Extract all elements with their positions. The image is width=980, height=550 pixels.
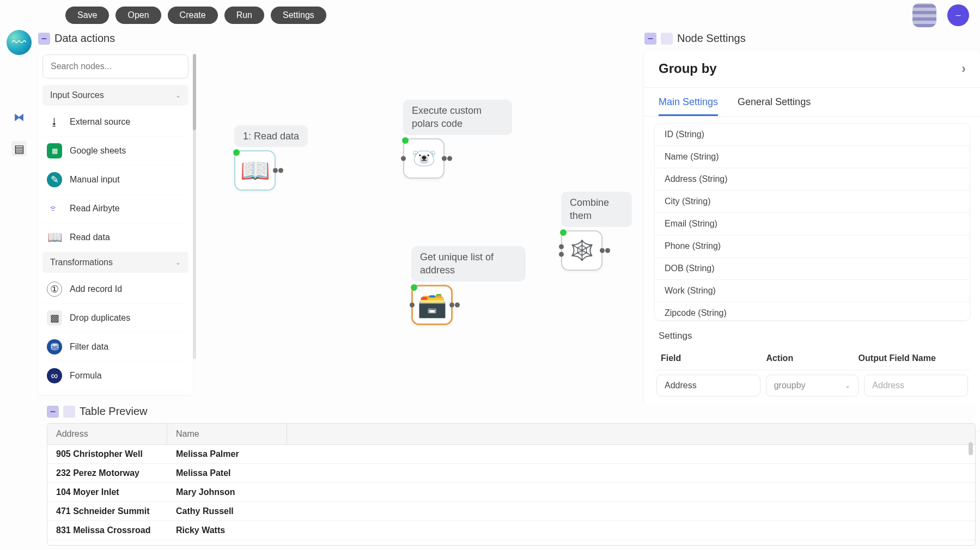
create-button[interactable]: Create [168, 7, 218, 24]
tab-general-settings[interactable]: General Settings [738, 96, 811, 116]
field-item[interactable]: Email (String) [655, 213, 970, 235]
field-item[interactable]: Address (String) [655, 168, 970, 191]
polars-icon: 🐻‍❄️ [412, 147, 436, 170]
field-item[interactable]: City (String) [655, 191, 970, 213]
collapse-button[interactable]: – [644, 33, 656, 45]
status-dot-icon [560, 229, 567, 236]
group-transformations[interactable]: Transformations ⌄ [42, 252, 188, 273]
node-label: Combine them [561, 192, 632, 227]
status-dot-icon [233, 149, 240, 156]
node-unique-address[interactable]: Get unique list of address 🗃️ [411, 246, 526, 325]
field-list: ID (String) Name (String) Address (Strin… [654, 123, 970, 321]
table-header-address[interactable]: Address [47, 424, 167, 444]
input-port[interactable] [401, 156, 406, 161]
output-port[interactable] [273, 168, 278, 173]
palette-formula[interactable]: ∞Formula [42, 362, 188, 390]
action-select[interactable]: groupby⌄ [766, 375, 859, 396]
palette-read-data[interactable]: 📖Read data [42, 223, 188, 252]
combine-icon: 🕸️ [570, 239, 594, 262]
node-label: Get unique list of address [411, 246, 526, 282]
node-combine[interactable]: Combine them 🕸️ [561, 192, 632, 271]
group-label: Input Sources [50, 90, 104, 100]
palette-google-sheets[interactable]: ▦Google sheets [42, 137, 188, 166]
palette-read-airbyte[interactable]: ᯤRead Airbyte [42, 194, 188, 223]
output-port[interactable] [449, 302, 454, 307]
collapse-button[interactable]: – [47, 406, 59, 418]
flow-icon[interactable]: ⧓ [11, 109, 27, 125]
avatar[interactable]: – [947, 4, 969, 26]
pencil-icon: ✎ [47, 172, 62, 187]
node-read-data[interactable]: 1: Read data 📖 [234, 125, 308, 191]
settings-button[interactable]: Settings [271, 7, 326, 24]
field-item[interactable]: Name (String) [655, 146, 970, 168]
group-input-sources[interactable]: Input Sources ⌄ [42, 85, 188, 106]
field-cell[interactable]: Address [656, 375, 760, 396]
chevron-down-icon: ⌄ [175, 259, 181, 266]
field-item[interactable]: DOB (String) [655, 258, 970, 280]
id-icon: ① [47, 282, 62, 297]
run-button[interactable]: Run [224, 7, 264, 24]
node-palette: Input Sources ⌄ ⭳External source ▦Google… [38, 50, 193, 395]
table-header-name[interactable]: Name [167, 424, 287, 444]
toolbar: Save Open Create Run Settings – [0, 0, 980, 30]
table-row[interactable]: 232 Perez MotorwayMelissa Patel [47, 464, 975, 483]
wave-logo-icon[interactable]: 〰 [7, 30, 32, 55]
sheets-icon: ▦ [47, 143, 62, 158]
duplicates-icon: ▩ [47, 310, 62, 326]
node-polars[interactable]: Execute custom polars code 🐻‍❄️ [403, 100, 512, 179]
palette-filter-data[interactable]: ⛃Filter data [42, 333, 188, 362]
field-item[interactable]: Work (String) [655, 280, 970, 302]
search-input[interactable] [42, 54, 188, 78]
table-row[interactable]: 471 Schneider SummitCathy Russell [47, 502, 975, 521]
scrollbar[interactable] [969, 442, 973, 455]
output-port[interactable] [605, 248, 610, 253]
data-actions-title: Data actions [54, 32, 115, 45]
node-settings-title: Node Settings [677, 32, 746, 45]
input-port[interactable] [559, 252, 564, 256]
col-output: Output Field Name [859, 353, 964, 363]
group-label: Transformations [50, 258, 113, 267]
table-row[interactable]: 205 Jeffrey LocksJudy Woods [47, 540, 975, 545]
icon-strip: 〰 ⧓ ▤ [0, 30, 38, 550]
output-cell[interactable]: Address [864, 375, 968, 396]
chevron-down-icon: ⌄ [845, 382, 850, 389]
field-item[interactable]: ID (String) [655, 124, 970, 146]
table-row[interactable]: 104 Moyer InletMary Johnson [47, 483, 975, 502]
preview-table: Address Name 905 Christopher WellMelissa… [47, 423, 976, 546]
panel-handle[interactable] [661, 33, 673, 45]
open-button[interactable]: Open [115, 7, 161, 24]
table-row[interactable]: 905 Christopher WellMelissa Palmer [47, 445, 975, 464]
formula-icon: ∞ [47, 368, 62, 383]
output-port[interactable] [600, 248, 605, 253]
palette-manual-input[interactable]: ✎Manual input [42, 166, 188, 194]
field-item[interactable]: Zipcode (String) [655, 302, 970, 321]
node-label: Execute custom polars code [403, 100, 512, 135]
app-logo-icon[interactable] [912, 3, 936, 27]
book-icon: 📖 [240, 156, 270, 185]
output-port[interactable] [455, 302, 460, 307]
collapse-button[interactable]: – [38, 33, 50, 45]
palette-external-source[interactable]: ⭳External source [42, 108, 188, 137]
palette-add-record-id[interactable]: ①Add record Id [42, 275, 188, 304]
input-port[interactable] [559, 244, 564, 249]
node-label: 1: Read data [234, 125, 308, 147]
palette-drop-duplicates[interactable]: ▩Drop duplicates [42, 304, 188, 333]
panel-handle[interactable] [63, 406, 75, 418]
output-port[interactable] [442, 156, 447, 161]
tab-main-settings[interactable]: Main Settings [659, 96, 718, 116]
table-row[interactable]: 831 Melissa CrossroadRicky Watts [47, 521, 975, 540]
airbyte-icon: ᯤ [47, 201, 62, 216]
table-preview-panel: – Table Preview Address Name 905 Christo… [47, 403, 976, 546]
save-button[interactable]: Save [65, 7, 109, 24]
output-port[interactable] [447, 156, 452, 161]
output-port[interactable] [278, 168, 283, 173]
field-item[interactable]: Phone (String) [655, 235, 970, 258]
settings-header[interactable]: Group by › [644, 50, 980, 88]
input-port[interactable] [410, 302, 415, 307]
download-icon: ⭳ [47, 114, 62, 130]
col-action: Action [766, 353, 858, 363]
connection-wires [196, 30, 360, 112]
table-header-empty [287, 424, 975, 444]
table-preview-title: Table Preview [80, 405, 148, 418]
notebook-icon[interactable]: ▤ [11, 141, 27, 156]
